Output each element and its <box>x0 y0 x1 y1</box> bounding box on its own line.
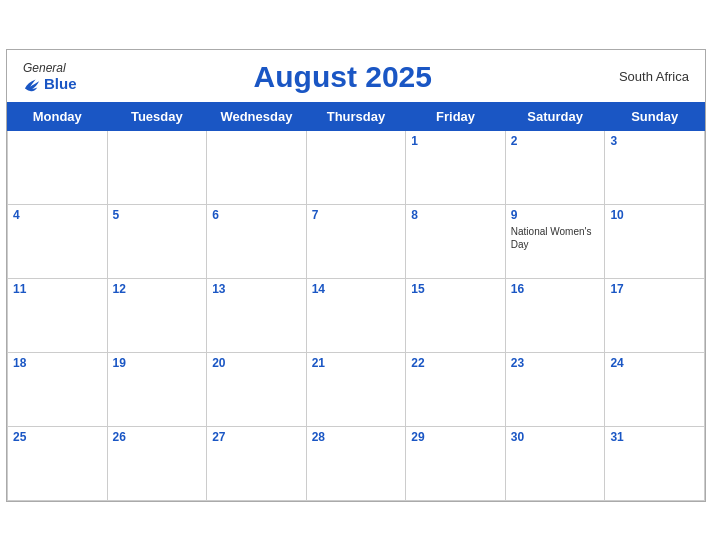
calendar-cell: 17 <box>605 278 705 352</box>
calendar-cell: 8 <box>406 204 506 278</box>
calendar-cell: 6 <box>207 204 307 278</box>
day-number: 27 <box>212 430 301 444</box>
header-saturday: Saturday <box>505 102 605 130</box>
calendar-cell: 30 <box>505 426 605 500</box>
calendar-cell: 3 <box>605 130 705 204</box>
day-number: 26 <box>113 430 202 444</box>
day-number: 30 <box>511 430 600 444</box>
day-number: 2 <box>511 134 600 148</box>
country-label: South Africa <box>609 69 689 84</box>
logo-general-text: General <box>23 61 66 75</box>
day-number: 10 <box>610 208 699 222</box>
header-wednesday: Wednesday <box>207 102 307 130</box>
day-number: 19 <box>113 356 202 370</box>
calendar-cell: 29 <box>406 426 506 500</box>
day-number: 3 <box>610 134 699 148</box>
calendar-cell: 4 <box>8 204 108 278</box>
calendar-cell: 2 <box>505 130 605 204</box>
calendar-cell: 18 <box>8 352 108 426</box>
calendar-cell: 14 <box>306 278 406 352</box>
header-friday: Friday <box>406 102 506 130</box>
day-number: 21 <box>312 356 401 370</box>
week-row-1: 123 <box>8 130 705 204</box>
day-number: 25 <box>13 430 102 444</box>
day-number: 13 <box>212 282 301 296</box>
calendar-cell: 31 <box>605 426 705 500</box>
calendar-cell <box>207 130 307 204</box>
week-row-5: 25262728293031 <box>8 426 705 500</box>
calendar-cell: 5 <box>107 204 207 278</box>
header-monday: Monday <box>8 102 108 130</box>
day-number: 23 <box>511 356 600 370</box>
calendar-cell: 21 <box>306 352 406 426</box>
day-number: 12 <box>113 282 202 296</box>
calendar-container: General Blue August 2025 South Africa Mo… <box>6 49 706 502</box>
calendar-cell <box>107 130 207 204</box>
calendar-table: Monday Tuesday Wednesday Thursday Friday… <box>7 102 705 501</box>
day-number: 5 <box>113 208 202 222</box>
day-number: 16 <box>511 282 600 296</box>
calendar-cell: 25 <box>8 426 108 500</box>
logo-blue-area: Blue <box>23 75 77 92</box>
day-number: 7 <box>312 208 401 222</box>
calendar-header: General Blue August 2025 South Africa <box>7 50 705 102</box>
calendar-cell: 11 <box>8 278 108 352</box>
header-tuesday: Tuesday <box>107 102 207 130</box>
day-number: 28 <box>312 430 401 444</box>
header-sunday: Sunday <box>605 102 705 130</box>
day-event: National Women's Day <box>511 225 600 251</box>
calendar-cell: 24 <box>605 352 705 426</box>
day-number: 18 <box>13 356 102 370</box>
day-number: 6 <box>212 208 301 222</box>
calendar-title: August 2025 <box>77 60 609 94</box>
calendar-cell: 12 <box>107 278 207 352</box>
calendar-cell: 10 <box>605 204 705 278</box>
calendar-cell: 26 <box>107 426 207 500</box>
day-number: 14 <box>312 282 401 296</box>
day-number: 17 <box>610 282 699 296</box>
calendar-cell: 28 <box>306 426 406 500</box>
week-row-2: 456789National Women's Day10 <box>8 204 705 278</box>
day-number: 4 <box>13 208 102 222</box>
day-number: 20 <box>212 356 301 370</box>
logo-blue-text: Blue <box>44 75 77 92</box>
day-number: 1 <box>411 134 500 148</box>
calendar-cell: 7 <box>306 204 406 278</box>
day-number: 31 <box>610 430 699 444</box>
calendar-cell <box>306 130 406 204</box>
calendar-cell: 13 <box>207 278 307 352</box>
week-row-3: 11121314151617 <box>8 278 705 352</box>
header-thursday: Thursday <box>306 102 406 130</box>
calendar-cell: 22 <box>406 352 506 426</box>
calendar-cell <box>8 130 108 204</box>
weekday-header-row: Monday Tuesday Wednesday Thursday Friday… <box>8 102 705 130</box>
calendar-cell: 15 <box>406 278 506 352</box>
day-number: 24 <box>610 356 699 370</box>
logo-bird-icon <box>23 76 41 92</box>
calendar-cell: 27 <box>207 426 307 500</box>
day-number: 8 <box>411 208 500 222</box>
day-number: 11 <box>13 282 102 296</box>
day-number: 9 <box>511 208 600 222</box>
calendar-cell: 9National Women's Day <box>505 204 605 278</box>
calendar-cell: 20 <box>207 352 307 426</box>
day-number: 22 <box>411 356 500 370</box>
day-number: 29 <box>411 430 500 444</box>
calendar-cell: 16 <box>505 278 605 352</box>
day-number: 15 <box>411 282 500 296</box>
logo: General Blue <box>23 61 77 92</box>
calendar-cell: 1 <box>406 130 506 204</box>
week-row-4: 18192021222324 <box>8 352 705 426</box>
calendar-cell: 19 <box>107 352 207 426</box>
calendar-cell: 23 <box>505 352 605 426</box>
